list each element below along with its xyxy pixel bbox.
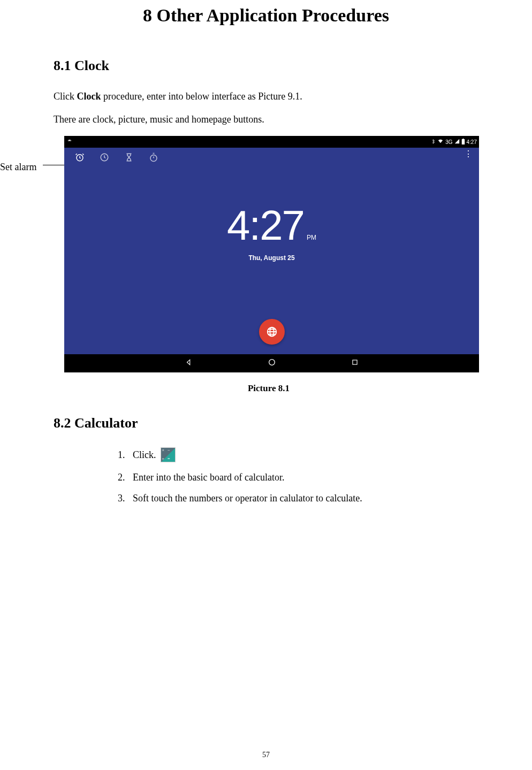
svg-rect-0 [461,139,465,144]
list-text-1: Click. [133,447,176,462]
clock-screenshot: 3G 4:27 [64,136,479,372]
svg-rect-8 [352,360,356,364]
home-icon[interactable] [268,358,276,369]
list-text-2: Enter into the basic board of calculator… [133,472,284,483]
status-bar: 3G 4:27 [64,136,479,148]
list-item: 2. Enter into the basic board of calcula… [118,472,484,483]
android-icon [66,139,73,145]
paragraph-1: Click Clock procedure, enter into below … [54,90,484,103]
clock-app-body: ⋮ 4:27 PM Thu, August 25 [64,148,479,354]
list-number-1: 1. [118,449,133,461]
world-clock-button[interactable] [259,319,285,345]
timer-tab-icon[interactable] [124,153,134,162]
stopwatch-tab-icon[interactable] [149,153,158,162]
calculator-icon [161,447,176,462]
para1-prefix: Click [54,91,77,102]
svg-point-7 [269,360,275,365]
list-item: 3. Soft touch the numbers or operator in… [118,493,484,504]
clock-date: Thu, August 25 [227,254,316,262]
svg-rect-1 [462,139,463,139]
clock-time: 4:27 PM [227,201,316,250]
back-icon[interactable] [185,359,193,368]
annotation-set-alarm: Set alarm [0,162,36,173]
clock-display: 4:27 PM Thu, August 25 [227,201,316,262]
page-title: 8 Other Application Procedures [0,5,532,26]
nav-bar [64,354,479,372]
page-number: 57 [262,751,270,759]
section-8-1-header: 8.1 Clock [54,58,484,74]
globe-icon [266,326,278,338]
menu-icon[interactable]: ⋮ [464,153,473,156]
clock-tab-icon[interactable] [100,153,109,162]
wifi-icon [437,139,444,145]
signal-icon [454,139,460,145]
bluetooth-icon [431,139,436,146]
list-text-3: Soft touch the numbers or operator in ca… [133,493,362,504]
list-number-2: 2. [118,472,133,483]
alarm-tab-icon[interactable] [75,153,85,162]
status-time: 4:27 [467,139,477,145]
list-item: 1. Click. [118,447,484,462]
list-number-3: 3. [118,493,133,504]
battery-icon [461,139,465,146]
clock-ampm: PM [307,234,316,241]
figure-caption-8-1: Picture 8.1 [54,383,484,394]
signal-text: 3G [445,139,452,145]
paragraph-2: There are clock, picture, music and home… [54,113,484,126]
calculator-steps: 1. Click. 2. Enter into the basic board … [118,447,484,504]
clock-time-value: 4:27 [227,201,304,250]
section-8-2-header: 8.2 Calculator [54,415,484,431]
para1-suffix: procedure, enter into below interface as… [101,91,302,102]
clock-tabs: ⋮ [64,148,479,167]
para1-bold: Clock [77,91,101,102]
recent-icon[interactable] [351,359,359,368]
